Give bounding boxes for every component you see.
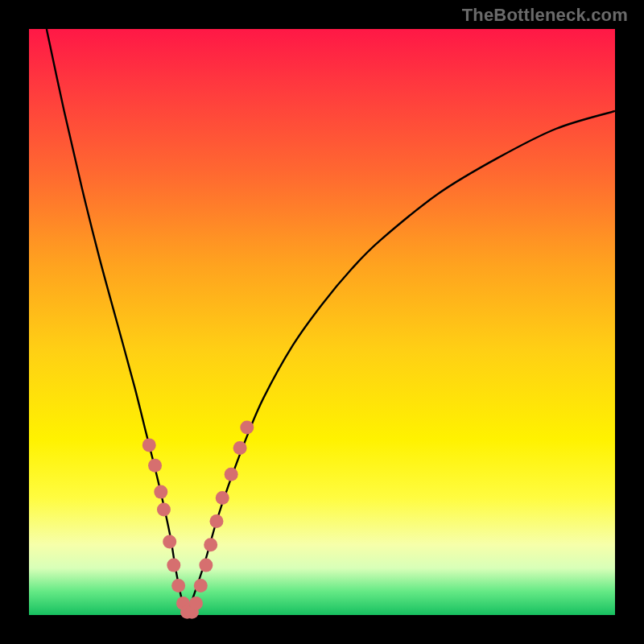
marker-point (157, 502, 171, 516)
chart-svg (29, 29, 615, 615)
bottleneck-curve (47, 29, 615, 615)
marker-point (142, 438, 156, 452)
marker-point (194, 579, 208, 592)
marker-point (154, 485, 167, 499)
marker-point (209, 514, 223, 528)
marker-point (163, 535, 176, 549)
marker-point (199, 559, 213, 572)
marker-point (216, 491, 229, 505)
plot-area (29, 29, 615, 615)
chart-frame: TheBottleneck.com (0, 0, 644, 644)
marker-point (225, 468, 238, 481)
marker-point (167, 559, 180, 572)
marker-point (189, 597, 203, 610)
marker-point (233, 441, 247, 455)
marker-group (142, 421, 254, 619)
marker-point (148, 459, 162, 473)
marker-point (240, 421, 254, 435)
marker-point (171, 579, 185, 592)
marker-point (204, 538, 217, 551)
watermark-text: TheBottleneck.com (462, 5, 628, 26)
